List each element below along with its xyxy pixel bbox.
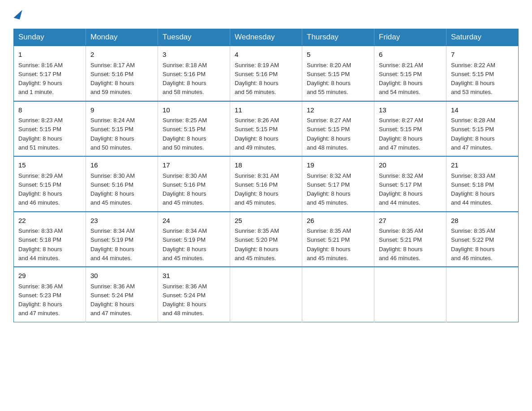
day-number: 3	[163, 50, 225, 60]
calendar-day-header: Thursday	[302, 29, 374, 46]
calendar-day-header: Wednesday	[230, 29, 302, 46]
day-number: 14	[451, 105, 514, 116]
day-number: 24	[163, 216, 225, 226]
day-number: 19	[307, 160, 369, 171]
calendar-day-header: Tuesday	[158, 29, 230, 46]
day-info: Sunrise: 8:34 AMSunset: 5:19 PMDaylight:…	[163, 227, 207, 261]
calendar-day-cell: 27 Sunrise: 8:35 AMSunset: 5:21 PMDaylig…	[374, 212, 446, 267]
calendar-day-cell: 30 Sunrise: 8:36 AMSunset: 5:24 PMDaylig…	[86, 267, 158, 322]
day-info: Sunrise: 8:23 AMSunset: 5:15 PMDaylight:…	[18, 117, 63, 151]
calendar-day-cell: 22 Sunrise: 8:33 AMSunset: 5:18 PMDaylig…	[14, 212, 86, 267]
calendar-day-cell: 19 Sunrise: 8:32 AMSunset: 5:17 PMDaylig…	[302, 156, 374, 212]
day-number: 31	[163, 271, 225, 281]
day-info: Sunrise: 8:36 AMSunset: 5:24 PMDaylight:…	[90, 283, 135, 317]
day-number: 27	[379, 216, 442, 226]
calendar-day-cell: 4 Sunrise: 8:19 AMSunset: 5:16 PMDayligh…	[230, 46, 302, 101]
day-info: Sunrise: 8:30 AMSunset: 5:16 PMDaylight:…	[163, 172, 207, 206]
calendar-day-cell: 23 Sunrise: 8:34 AMSunset: 5:19 PMDaylig…	[86, 212, 158, 267]
day-info: Sunrise: 8:27 AMSunset: 5:15 PMDaylight:…	[379, 117, 423, 151]
day-number: 30	[90, 271, 153, 281]
day-info: Sunrise: 8:36 AMSunset: 5:23 PMDaylight:…	[18, 283, 63, 317]
day-number: 9	[90, 105, 153, 116]
day-info: Sunrise: 8:18 AMSunset: 5:16 PMDaylight:…	[163, 62, 207, 96]
calendar-day-cell: 29 Sunrise: 8:36 AMSunset: 5:23 PMDaylig…	[14, 267, 86, 322]
day-info: Sunrise: 8:24 AMSunset: 5:15 PMDaylight:…	[90, 117, 135, 151]
calendar-week-row: 22 Sunrise: 8:33 AMSunset: 5:18 PMDaylig…	[14, 212, 519, 267]
day-number: 16	[90, 160, 153, 171]
calendar-day-header: Friday	[374, 29, 446, 46]
day-info: Sunrise: 8:32 AMSunset: 5:17 PMDaylight:…	[379, 172, 423, 206]
calendar-day-cell: 16 Sunrise: 8:30 AMSunset: 5:16 PMDaylig…	[86, 156, 158, 212]
calendar-day-cell: 26 Sunrise: 8:35 AMSunset: 5:21 PMDaylig…	[302, 212, 374, 267]
day-number: 20	[379, 160, 442, 171]
calendar-week-row: 15 Sunrise: 8:29 AMSunset: 5:15 PMDaylig…	[14, 156, 519, 212]
day-info: Sunrise: 8:35 AMSunset: 5:21 PMDaylight:…	[379, 227, 423, 261]
calendar-day-cell: 25 Sunrise: 8:35 AMSunset: 5:20 PMDaylig…	[230, 212, 302, 267]
day-info: Sunrise: 8:36 AMSunset: 5:24 PMDaylight:…	[163, 283, 207, 317]
day-number: 1	[18, 50, 81, 60]
day-number: 22	[18, 216, 81, 226]
calendar-table: SundayMondayTuesdayWednesdayThursdayFrid…	[13, 29, 519, 322]
calendar-day-cell: 31 Sunrise: 8:36 AMSunset: 5:24 PMDaylig…	[158, 267, 230, 322]
day-number: 25	[235, 216, 297, 226]
calendar-day-cell: 18 Sunrise: 8:31 AMSunset: 5:16 PMDaylig…	[230, 156, 302, 212]
day-info: Sunrise: 8:28 AMSunset: 5:15 PMDaylight:…	[451, 117, 495, 151]
day-info: Sunrise: 8:31 AMSunset: 5:16 PMDaylight:…	[235, 172, 279, 206]
day-number: 5	[307, 50, 369, 60]
calendar-day-header: Sunday	[14, 29, 86, 46]
calendar-day-cell: 11 Sunrise: 8:26 AMSunset: 5:15 PMDaylig…	[230, 101, 302, 157]
calendar-day-cell: 1 Sunrise: 8:16 AMSunset: 5:17 PMDayligh…	[14, 46, 86, 101]
day-number: 17	[163, 160, 225, 171]
day-info: Sunrise: 8:16 AMSunset: 5:17 PMDaylight:…	[18, 62, 63, 96]
calendar-day-cell	[230, 267, 302, 322]
logo	[13, 9, 21, 20]
day-number: 2	[90, 50, 153, 60]
calendar-day-cell	[302, 267, 374, 322]
calendar-day-cell: 28 Sunrise: 8:35 AMSunset: 5:22 PMDaylig…	[446, 212, 519, 267]
calendar-day-cell: 24 Sunrise: 8:34 AMSunset: 5:19 PMDaylig…	[158, 212, 230, 267]
day-number: 11	[235, 105, 297, 116]
calendar-day-cell: 15 Sunrise: 8:29 AMSunset: 5:15 PMDaylig…	[14, 156, 86, 212]
day-number: 29	[18, 271, 81, 281]
day-info: Sunrise: 8:19 AMSunset: 5:16 PMDaylight:…	[235, 62, 279, 96]
day-info: Sunrise: 8:33 AMSunset: 5:18 PMDaylight:…	[451, 172, 495, 206]
day-number: 12	[307, 105, 369, 116]
day-number: 10	[163, 105, 225, 116]
day-number: 18	[235, 160, 297, 171]
calendar-day-cell	[446, 267, 519, 322]
day-number: 23	[90, 216, 153, 226]
calendar-day-cell: 12 Sunrise: 8:27 AMSunset: 5:15 PMDaylig…	[302, 101, 374, 157]
calendar-day-cell: 2 Sunrise: 8:17 AMSunset: 5:16 PMDayligh…	[86, 46, 158, 101]
page-header	[13, 9, 519, 20]
logo-triangle-icon	[13, 9, 22, 20]
calendar-day-cell: 5 Sunrise: 8:20 AMSunset: 5:15 PMDayligh…	[302, 46, 374, 101]
day-info: Sunrise: 8:34 AMSunset: 5:19 PMDaylight:…	[90, 227, 135, 261]
calendar-day-cell: 7 Sunrise: 8:22 AMSunset: 5:15 PMDayligh…	[446, 46, 519, 101]
day-number: 7	[451, 50, 514, 60]
day-info: Sunrise: 8:33 AMSunset: 5:18 PMDaylight:…	[18, 227, 63, 261]
day-info: Sunrise: 8:27 AMSunset: 5:15 PMDaylight:…	[307, 117, 351, 151]
day-number: 8	[18, 105, 81, 116]
day-info: Sunrise: 8:35 AMSunset: 5:21 PMDaylight:…	[307, 227, 351, 261]
logo-blue-text	[13, 9, 21, 20]
calendar-week-row: 8 Sunrise: 8:23 AMSunset: 5:15 PMDayligh…	[14, 101, 519, 157]
calendar-week-row: 1 Sunrise: 8:16 AMSunset: 5:17 PMDayligh…	[14, 46, 519, 101]
day-number: 4	[235, 50, 297, 60]
day-number: 28	[451, 216, 514, 226]
day-info: Sunrise: 8:20 AMSunset: 5:15 PMDaylight:…	[307, 62, 351, 96]
calendar-day-cell: 6 Sunrise: 8:21 AMSunset: 5:15 PMDayligh…	[374, 46, 446, 101]
day-info: Sunrise: 8:29 AMSunset: 5:15 PMDaylight:…	[18, 172, 63, 206]
calendar-day-cell: 3 Sunrise: 8:18 AMSunset: 5:16 PMDayligh…	[158, 46, 230, 101]
calendar-day-cell	[374, 267, 446, 322]
day-number: 13	[379, 105, 442, 116]
calendar-day-cell: 8 Sunrise: 8:23 AMSunset: 5:15 PMDayligh…	[14, 101, 86, 157]
day-info: Sunrise: 8:21 AMSunset: 5:15 PMDaylight:…	[379, 62, 423, 96]
day-info: Sunrise: 8:25 AMSunset: 5:15 PMDaylight:…	[163, 117, 207, 151]
day-info: Sunrise: 8:35 AMSunset: 5:20 PMDaylight:…	[235, 227, 279, 261]
calendar-day-cell: 9 Sunrise: 8:24 AMSunset: 5:15 PMDayligh…	[86, 101, 158, 157]
day-number: 26	[307, 216, 369, 226]
calendar-header-row: SundayMondayTuesdayWednesdayThursdayFrid…	[14, 29, 519, 46]
calendar-day-cell: 20 Sunrise: 8:32 AMSunset: 5:17 PMDaylig…	[374, 156, 446, 212]
day-info: Sunrise: 8:26 AMSunset: 5:15 PMDaylight:…	[235, 117, 279, 151]
calendar-day-cell: 10 Sunrise: 8:25 AMSunset: 5:15 PMDaylig…	[158, 101, 230, 157]
